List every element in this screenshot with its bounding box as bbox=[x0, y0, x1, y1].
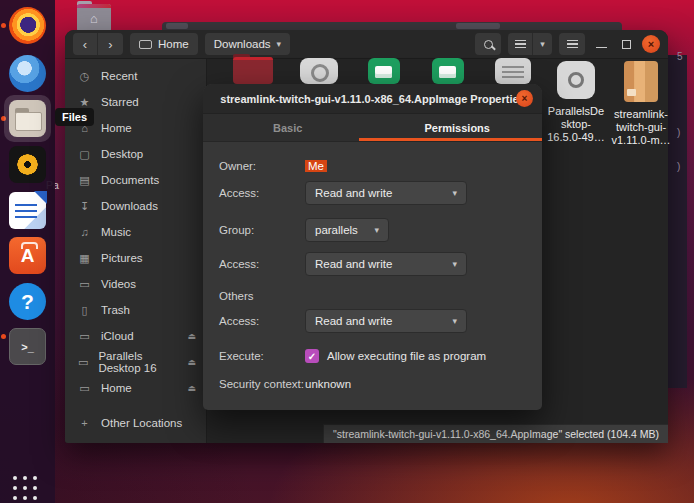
others-access-label: Access: bbox=[219, 315, 305, 327]
sidebar-item-trash[interactable]: ▯ Trash bbox=[65, 297, 206, 323]
file-streamlink-twitch-gui[interactable]: streamlink- twitch-gui- v1.11.0-m… bbox=[611, 61, 671, 147]
others-access-dropdown[interactable]: Read and write ▾ bbox=[305, 309, 467, 333]
maximize-button[interactable] bbox=[617, 33, 635, 55]
rhythmbox-icon[interactable] bbox=[9, 146, 46, 183]
sidebar-item-desktop[interactable]: ▢ Desktop bbox=[65, 141, 206, 167]
list-view-button[interactable] bbox=[508, 33, 533, 55]
sidebar-label: Home bbox=[101, 382, 132, 394]
sidebar-label: Videos bbox=[101, 278, 136, 290]
breadcrumb-downloads[interactable]: Downloads ▾ bbox=[205, 33, 290, 55]
desktop-home-folder-icon[interactable]: ⌂ bbox=[77, 4, 111, 32]
group-access-dropdown[interactable]: Read and write ▾ bbox=[305, 252, 467, 276]
eject-icon[interactable]: ⏏ bbox=[187, 331, 196, 341]
sidebar-label: Trash bbox=[101, 304, 130, 316]
terminal-icon[interactable]: >_ bbox=[9, 328, 46, 365]
sidebar-label: Home bbox=[101, 122, 132, 134]
text-file-icon[interactable] bbox=[495, 58, 531, 84]
drive-icon: ▭ bbox=[78, 382, 91, 395]
file-label: ParallelsDe sktop- 16.5.0-49… bbox=[547, 105, 604, 144]
chevron-down-icon: ▾ bbox=[374, 225, 379, 235]
help-icon[interactable]: ? bbox=[9, 283, 46, 320]
libreoffice-writer-icon[interactable] bbox=[9, 192, 46, 229]
minimize-button[interactable] bbox=[592, 33, 610, 55]
sidebar-label: Recent bbox=[101, 70, 137, 82]
tab-permissions[interactable]: Permissions bbox=[373, 114, 543, 141]
sidebar-item-recent[interactable]: ◷ Recent bbox=[65, 63, 206, 89]
plus-icon: + bbox=[78, 417, 91, 429]
properties-dialog: streamlink-twitch-gui-v1.11.0-x86_64.App… bbox=[203, 84, 542, 410]
breadcrumb-home-label: Home bbox=[158, 38, 189, 50]
forward-button[interactable]: › bbox=[98, 33, 123, 55]
sidebar-item-pictures[interactable]: ▦ Pictures bbox=[65, 245, 206, 271]
eject-icon[interactable]: ⏏ bbox=[187, 383, 196, 393]
thunderbird-icon[interactable] bbox=[9, 55, 46, 92]
owner-access-label: Access: bbox=[219, 187, 305, 199]
tab-basic[interactable]: Basic bbox=[203, 114, 373, 141]
execute-checkbox[interactable]: ✓ bbox=[305, 349, 319, 363]
firefox-icon[interactable] bbox=[9, 7, 46, 44]
minimize-icon bbox=[596, 47, 607, 49]
sidebar-item-downloads[interactable]: ↧ Downloads bbox=[65, 193, 206, 219]
dropdown-value: Read and write bbox=[315, 258, 392, 270]
running-indicator bbox=[1, 23, 6, 28]
background-window-tab bbox=[456, 23, 500, 29]
chevron-down-icon: ▾ bbox=[452, 188, 457, 198]
file-label: streamlink- twitch-gui- v1.11.0-m… bbox=[611, 108, 670, 147]
sidebar-item-parallels-desktop-16[interactable]: ▭ Parallels Desktop 16 ⏏ bbox=[65, 349, 206, 375]
breadcrumb-home[interactable]: Home bbox=[130, 33, 198, 55]
dropdown-value: Read and write bbox=[315, 315, 392, 327]
files-icon[interactable] bbox=[9, 100, 46, 137]
disk-image-icon[interactable] bbox=[300, 58, 338, 84]
folder-icon[interactable] bbox=[233, 57, 273, 84]
files-tooltip: Files bbox=[55, 108, 94, 126]
sidebar-item-other-locations[interactable]: + Other Locations bbox=[65, 410, 206, 436]
music-note-icon: ♫ bbox=[78, 226, 91, 238]
dialog-title: streamlink-twitch-gui-v1.11.0-x86_64.App… bbox=[220, 93, 524, 105]
drive-icon: ▭ bbox=[78, 330, 91, 343]
sidebar-label: Starred bbox=[101, 96, 139, 108]
package-icon bbox=[624, 61, 658, 102]
sidebar-item-documents[interactable]: ▤ Documents bbox=[65, 167, 206, 193]
navigation-buttons: ‹ › bbox=[73, 33, 123, 55]
execute-checkbox-label[interactable]: Allow executing file as program bbox=[327, 350, 486, 362]
sidebar-item-music[interactable]: ♫ Music bbox=[65, 219, 206, 245]
chevron-down-icon: ▾ bbox=[277, 39, 282, 49]
view-switcher: ▾ bbox=[508, 33, 552, 55]
close-window-button[interactable]: × bbox=[642, 35, 660, 53]
spreadsheet-icon[interactable] bbox=[368, 58, 400, 84]
permissions-panel: Owner: Me Access: Read and write ▾ Group… bbox=[203, 142, 542, 390]
eject-icon[interactable]: ⏏ bbox=[187, 357, 196, 367]
search-icon bbox=[484, 40, 493, 49]
search-button[interactable] bbox=[475, 33, 501, 55]
show-applications-button[interactable] bbox=[13, 476, 39, 502]
disk-image-icon bbox=[557, 61, 595, 99]
sidebar-label: Desktop bbox=[101, 148, 143, 160]
sidebar-label: Downloads bbox=[101, 200, 158, 212]
view-options-dropdown[interactable]: ▾ bbox=[533, 33, 552, 55]
security-context-label: Security context: bbox=[219, 378, 305, 390]
sidebar-label: Documents bbox=[101, 174, 159, 186]
close-dialog-button[interactable]: × bbox=[516, 90, 533, 107]
security-context-value: unknown bbox=[305, 378, 351, 390]
ubuntu-software-icon[interactable]: A bbox=[9, 237, 46, 274]
sidebar-item-videos[interactable]: ▭ Videos bbox=[65, 271, 206, 297]
sidebar-item-home-drive[interactable]: ▭ Home ⏏ bbox=[65, 375, 206, 401]
titlebar: ‹ › Home Downloads ▾ ▾ bbox=[65, 30, 668, 59]
chevron-down-icon: ▾ bbox=[452, 259, 457, 269]
breadcrumb-downloads-label: Downloads bbox=[214, 38, 271, 50]
group-access-label: Access: bbox=[219, 258, 305, 270]
sidebar-item-icloud[interactable]: ▭ iCloud ⏏ bbox=[65, 323, 206, 349]
back-button[interactable]: ‹ bbox=[73, 33, 98, 55]
spreadsheet-icon[interactable] bbox=[432, 58, 464, 84]
menu-button[interactable] bbox=[559, 33, 585, 55]
file-parallels-desktop[interactable]: ParallelsDe sktop- 16.5.0-49… bbox=[544, 61, 608, 144]
computer-icon bbox=[139, 40, 152, 49]
sidebar-label: Parallels Desktop 16 bbox=[98, 350, 177, 374]
desktop: 5 ) ) ⌂ Pa A ? >_ Files ‹ › bbox=[0, 0, 694, 503]
group-dropdown[interactable]: parallels ▾ bbox=[305, 218, 389, 242]
picture-icon: ▦ bbox=[78, 252, 91, 265]
background-text-fragment: ) bbox=[677, 161, 680, 172]
dialog-tabs: Basic Permissions bbox=[203, 114, 542, 142]
download-icon: ↧ bbox=[78, 200, 91, 213]
owner-access-dropdown[interactable]: Read and write ▾ bbox=[305, 181, 467, 205]
